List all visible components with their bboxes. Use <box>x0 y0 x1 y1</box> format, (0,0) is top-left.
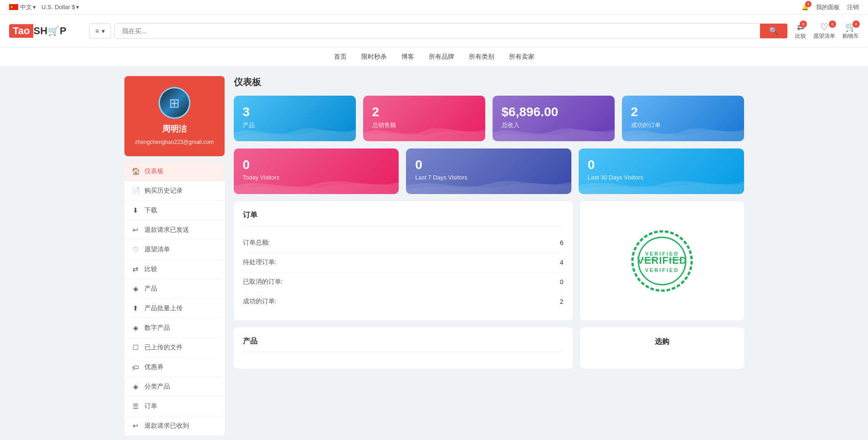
currency-selector[interactable]: U.S. Dollar $ ▾ <box>41 4 79 10</box>
logo-tao: Tao <box>9 24 33 38</box>
sidebar-item-downloads[interactable]: ⬇ 下载 <box>124 201 225 220</box>
wishlist-action[interactable]: ♡ 0 愿望清单 <box>813 21 835 40</box>
sidebar-label-wishlist: 愿望清单 <box>144 246 170 254</box>
header: Tao SH🛒P ≡ ▾ 🔍 ⇄ 0 比较 ♡ 0 愿望清单 🛒 0 购物车 <box>0 15 868 47</box>
dashboard-title: 仪表板 <box>234 76 744 88</box>
sidebar-label-compare: 比较 <box>144 265 157 273</box>
sidebar-label-uploaded-files: 已上传的文件 <box>144 343 183 352</box>
order-total-value: 6 <box>560 239 564 246</box>
currency-label: U.S. Dollar $ <box>41 4 75 10</box>
shop-panel-title: 选购 <box>655 337 669 352</box>
sidebar-item-digital-products[interactable]: ◈ 数字产品 <box>124 318 225 338</box>
heart-icon: ♡ <box>132 246 140 254</box>
sidebar-label-orders: 订单 <box>144 402 157 410</box>
nav-flash-sale[interactable]: 限时秒杀 <box>361 53 387 61</box>
svg-text:VERIFIED: VERIFIED <box>637 255 687 266</box>
sidebar-item-refund-sent[interactable]: ↩ 退款请求已发送 <box>124 220 225 240</box>
refund-received-icon: ↩ <box>132 422 140 430</box>
logo-sh: SH <box>33 25 47 37</box>
today-visitors-value: 0 <box>243 158 390 172</box>
stat-card-7day-visitors: 0 Last 7 Days Visitors <box>406 148 571 194</box>
compare-action[interactable]: ⇄ 0 比较 <box>795 21 806 40</box>
notification-bell[interactable]: 🔔 1 <box>801 4 809 10</box>
sidebar-item-bulk-upload[interactable]: ⬆ 产品批量上传 <box>124 299 225 318</box>
nav-sellers[interactable]: 所有卖家 <box>509 53 534 61</box>
sidebar-item-orders[interactable]: ☰ 订单 <box>124 397 225 416</box>
right-panel-verified: VERIFIED VERIFIED VERIFIED <box>580 201 744 320</box>
wishlist-badge: 0 <box>829 20 836 28</box>
orders-panel-title: 订单 <box>243 210 564 226</box>
logo-p: P <box>60 25 67 37</box>
search-box: 🔍 <box>114 23 788 39</box>
order-row-total: 订单总额: 6 <box>243 233 564 253</box>
compare-sidebar-icon: ⇄ <box>132 265 140 273</box>
sidebar-label-digital-products: 数字产品 <box>144 324 170 332</box>
order-row-pending: 待处理订单: 4 <box>243 253 564 272</box>
notification-badge: 1 <box>805 1 812 7</box>
sidebar-item-coupons[interactable]: 🏷 优惠券 <box>124 358 225 377</box>
search-button[interactable]: 🔍 <box>760 24 787 38</box>
sidebar: ⊞ 周明洁 zhengchenghao223@gmail.com 🏠 仪表板 📄… <box>124 76 225 436</box>
upload-icon: ⬆ <box>132 304 140 312</box>
order-cancelled-label: 已取消的订单: <box>243 278 283 286</box>
order-pending-label: 待处理订单: <box>243 258 277 266</box>
sidebar-item-compare[interactable]: ⇄ 比较 <box>124 260 225 279</box>
file-icon: ☐ <box>132 343 140 352</box>
stat-card-30day-visitors: 0 Last 30 Days Visitors <box>579 148 744 194</box>
shop-panel: 选购 <box>580 327 744 368</box>
compare-label: 比较 <box>795 32 806 40</box>
user-name: 周明洁 <box>162 123 187 134</box>
language-chevron-icon: ▾ <box>33 4 36 10</box>
products-panel: 产品 <box>234 327 573 368</box>
order-total-label: 订单总额: <box>243 239 270 247</box>
coupon-icon: 🏷 <box>132 363 140 371</box>
7day-visitors-value: 0 <box>415 158 562 172</box>
sidebar-item-uploaded-files[interactable]: ☐ 已上传的文件 <box>124 338 225 358</box>
search-input[interactable] <box>115 24 760 38</box>
nav-categories[interactable]: 所有类别 <box>469 53 494 61</box>
sidebar-label-category-products: 分类产品 <box>144 383 170 391</box>
my-dashboard-link[interactable]: 我的面板 <box>816 3 840 11</box>
user-email: zhengchenghao223@gmail.com <box>135 139 213 145</box>
refund-sent-icon: ↩ <box>132 226 140 234</box>
category-dropdown[interactable]: ≡ ▾ <box>89 23 111 39</box>
stat-card-revenue: $6,896.00 总收入 <box>493 96 615 141</box>
currency-chevron-icon: ▾ <box>76 4 79 10</box>
revenue-value: $6,896.00 <box>502 105 606 119</box>
order-cancelled-value: 0 <box>560 278 564 286</box>
bottom-panels: 订单 订单总额: 6 待处理订单: 4 已取消的订单: 0 成功的订单: 2 <box>234 201 744 320</box>
logout-link[interactable]: 注销 <box>847 3 859 11</box>
order-success-value: 2 <box>560 298 564 305</box>
cart-badge: 0 <box>853 20 860 28</box>
sidebar-item-purchase-history[interactable]: 📄 购买历史记录 <box>124 181 225 201</box>
product-icon: ◈ <box>132 285 140 293</box>
sidebar-item-dashboard[interactable]: 🏠 仪表板 <box>124 162 225 181</box>
logo[interactable]: Tao SH🛒P <box>9 24 82 38</box>
cart-action[interactable]: 🛒 0 购物车 <box>842 21 859 40</box>
orders-icon: ☰ <box>132 402 140 410</box>
sidebar-label-dashboard: 仪表板 <box>144 167 164 175</box>
svg-text:VERIFIED: VERIFIED <box>645 267 679 273</box>
main-content: ⊞ 周明洁 zhengchenghao223@gmail.com 🏠 仪表板 📄… <box>115 67 753 440</box>
nav-home[interactable]: 首页 <box>334 53 347 61</box>
cart-label: 购物车 <box>842 32 859 40</box>
top-bar: ★ 中文 ▾ U.S. Dollar $ ▾ 🔔 1 我的面板 注销 <box>0 0 868 15</box>
sidebar-item-products[interactable]: ◈ 产品 <box>124 279 225 299</box>
sidebar-item-wishlist[interactable]: ♡ 愿望清单 <box>124 240 225 260</box>
avatar: ⊞ <box>159 87 190 119</box>
logo-cart-icon: 🛒 <box>48 26 59 36</box>
products-value: 3 <box>243 105 347 119</box>
language-label: 中文 <box>20 3 32 11</box>
digital-icon: ◈ <box>132 324 140 332</box>
category-icon: ◈ <box>132 383 140 391</box>
wishlist-icon: ♡ <box>820 21 828 32</box>
sidebar-item-category-products[interactable]: ◈ 分类产品 <box>124 377 225 397</box>
success-orders-value: 2 <box>631 105 735 119</box>
language-selector[interactable]: ★ 中文 ▾ <box>9 3 36 11</box>
wishlist-label: 愿望清单 <box>813 32 835 40</box>
sidebar-item-refund-received[interactable]: ↩ 退款请求已收到 <box>124 416 225 436</box>
nav-blog[interactable]: 博客 <box>401 53 414 61</box>
nav-brands[interactable]: 所有品牌 <box>429 53 454 61</box>
search-area: ≡ ▾ 🔍 <box>89 23 788 39</box>
stat-card-today-visitors: 0 Today Visitors <box>234 148 399 194</box>
